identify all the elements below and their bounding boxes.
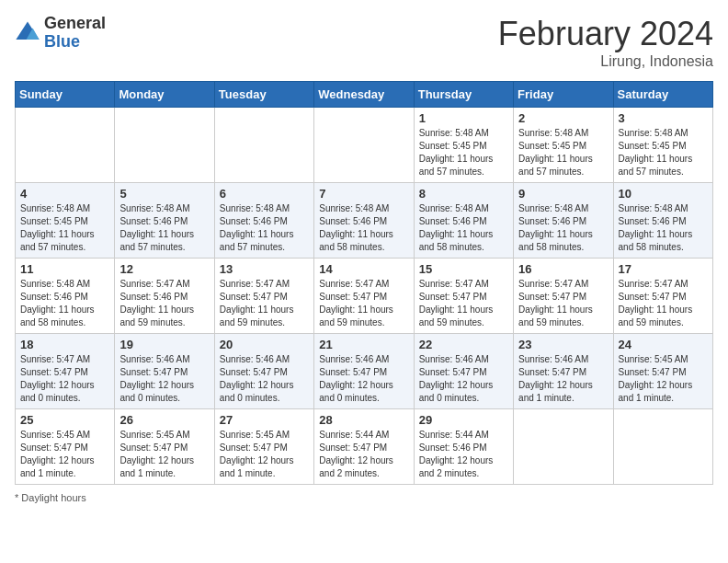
day-number: 18 [20,338,109,351]
calendar-cell [314,108,414,183]
day-info: Sunrise: 5:47 AM Sunset: 5:47 PM Dayligh… [419,278,508,329]
calendar-cell: 9Sunrise: 5:48 AM Sunset: 5:46 PM Daylig… [514,183,613,259]
day-info: Sunrise: 5:48 AM Sunset: 5:46 PM Dayligh… [20,278,109,329]
month-title: February 2024 [498,15,713,53]
day-number: 27 [220,413,309,427]
calendar-cell [16,108,115,183]
header: General Blue February 2024 Lirung, Indon… [15,15,713,70]
calendar-cell: 29Sunrise: 5:44 AM Sunset: 5:46 PM Dayli… [414,409,513,485]
location-title: Lirung, Indonesia [498,53,713,70]
day-number: 12 [119,262,209,276]
calendar-cell: 20Sunrise: 5:46 AM Sunset: 5:47 PM Dayli… [214,334,313,409]
calendar-cell [115,108,214,183]
day-number: 11 [20,262,109,276]
day-info: Sunrise: 5:46 AM Sunset: 5:47 PM Dayligh… [518,353,608,405]
column-header-tuesday: Tuesday [214,82,313,108]
calendar-cell: 7Sunrise: 5:48 AM Sunset: 5:46 PM Daylig… [314,183,414,259]
calendar-table: SundayMondayTuesdayWednesdayThursdayFrid… [15,81,713,485]
logo-text: General Blue [44,15,106,52]
calendar-week-4: 25Sunrise: 5:45 AM Sunset: 5:47 PM Dayli… [16,409,713,485]
calendar-cell: 4Sunrise: 5:48 AM Sunset: 5:45 PM Daylig… [16,183,115,259]
day-number: 20 [220,338,309,351]
day-info: Sunrise: 5:44 AM Sunset: 5:46 PM Dayligh… [419,429,508,480]
day-info: Sunrise: 5:45 AM Sunset: 5:47 PM Dayligh… [619,353,708,405]
day-info: Sunrise: 5:47 AM Sunset: 5:47 PM Dayligh… [518,278,608,329]
day-number: 15 [419,262,508,276]
calendar-week-0: 1Sunrise: 5:48 AM Sunset: 5:45 PM Daylig… [16,108,713,183]
day-info: Sunrise: 5:48 AM Sunset: 5:46 PM Dayligh… [119,202,209,254]
day-number: 1 [419,111,508,125]
day-info: Sunrise: 5:45 AM Sunset: 5:47 PM Dayligh… [220,429,309,480]
calendar-cell: 6Sunrise: 5:48 AM Sunset: 5:46 PM Daylig… [214,183,313,259]
logo-icon [15,20,40,46]
calendar-week-3: 18Sunrise: 5:47 AM Sunset: 5:47 PM Dayli… [16,334,713,409]
footer-note: * Daylight hours [15,492,713,503]
day-info: Sunrise: 5:47 AM Sunset: 5:47 PM Dayligh… [220,278,309,329]
day-number: 25 [20,413,109,427]
day-info: Sunrise: 5:48 AM Sunset: 5:46 PM Dayligh… [419,202,508,254]
day-number: 29 [419,413,508,427]
logo-general-text: General [44,15,106,33]
calendar-cell: 23Sunrise: 5:46 AM Sunset: 5:47 PM Dayli… [514,334,613,409]
day-number: 3 [619,111,708,125]
day-info: Sunrise: 5:46 AM Sunset: 5:47 PM Dayligh… [319,353,408,405]
day-number: 4 [20,187,109,201]
day-number: 6 [220,187,309,201]
day-number: 17 [619,262,708,276]
day-number: 10 [619,187,708,201]
calendar-cell: 21Sunrise: 5:46 AM Sunset: 5:47 PM Dayli… [314,334,414,409]
day-info: Sunrise: 5:44 AM Sunset: 5:47 PM Dayligh… [319,429,408,480]
day-number: 24 [619,338,708,351]
day-number: 26 [119,413,209,427]
day-info: Sunrise: 5:47 AM Sunset: 5:47 PM Dayligh… [20,353,109,405]
calendar-week-1: 4Sunrise: 5:48 AM Sunset: 5:45 PM Daylig… [16,183,713,259]
calendar-cell [613,409,712,485]
calendar-cell: 26Sunrise: 5:45 AM Sunset: 5:47 PM Dayli… [115,409,214,485]
day-info: Sunrise: 5:46 AM Sunset: 5:47 PM Dayligh… [119,353,209,405]
calendar-cell: 28Sunrise: 5:44 AM Sunset: 5:47 PM Dayli… [314,409,414,485]
day-number: 8 [419,187,508,201]
day-number: 21 [319,338,408,351]
column-header-thursday: Thursday [414,82,513,108]
column-header-monday: Monday [115,82,214,108]
calendar-cell: 19Sunrise: 5:46 AM Sunset: 5:47 PM Dayli… [115,334,214,409]
day-info: Sunrise: 5:48 AM Sunset: 5:46 PM Dayligh… [220,202,309,254]
day-info: Sunrise: 5:48 AM Sunset: 5:46 PM Dayligh… [518,202,608,254]
calendar-cell: 18Sunrise: 5:47 AM Sunset: 5:47 PM Dayli… [16,334,115,409]
calendar-cell: 5Sunrise: 5:48 AM Sunset: 5:46 PM Daylig… [115,183,214,259]
day-info: Sunrise: 5:48 AM Sunset: 5:46 PM Dayligh… [619,202,708,254]
day-number: 22 [419,338,508,351]
calendar-cell: 25Sunrise: 5:45 AM Sunset: 5:47 PM Dayli… [16,409,115,485]
calendar-cell [514,409,613,485]
logo-blue-text: Blue [44,33,106,52]
column-header-saturday: Saturday [613,82,712,108]
calendar-cell: 10Sunrise: 5:48 AM Sunset: 5:46 PM Dayli… [613,183,712,259]
day-number: 19 [119,338,209,351]
calendar-week-2: 11Sunrise: 5:48 AM Sunset: 5:46 PM Dayli… [16,259,713,334]
column-header-sunday: Sunday [16,82,115,108]
day-number: 13 [220,262,309,276]
day-info: Sunrise: 5:47 AM Sunset: 5:46 PM Dayligh… [119,278,209,329]
title-area: February 2024 Lirung, Indonesia [498,15,713,70]
day-info: Sunrise: 5:47 AM Sunset: 5:47 PM Dayligh… [619,278,708,329]
column-header-wednesday: Wednesday [314,82,414,108]
calendar-cell: 8Sunrise: 5:48 AM Sunset: 5:46 PM Daylig… [414,183,513,259]
day-info: Sunrise: 5:45 AM Sunset: 5:47 PM Dayligh… [20,429,109,480]
calendar-cell: 16Sunrise: 5:47 AM Sunset: 5:47 PM Dayli… [514,259,613,334]
day-info: Sunrise: 5:46 AM Sunset: 5:47 PM Dayligh… [419,353,508,405]
day-number: 14 [319,262,408,276]
calendar-cell: 3Sunrise: 5:48 AM Sunset: 5:45 PM Daylig… [613,108,712,183]
day-number: 7 [319,187,408,201]
calendar-cell: 14Sunrise: 5:47 AM Sunset: 5:47 PM Dayli… [314,259,414,334]
day-info: Sunrise: 5:48 AM Sunset: 5:46 PM Dayligh… [319,202,408,254]
day-info: Sunrise: 5:46 AM Sunset: 5:47 PM Dayligh… [220,353,309,405]
column-header-friday: Friday [514,82,613,108]
day-number: 16 [518,262,608,276]
logo: General Blue [15,15,106,52]
day-number: 9 [518,187,608,201]
day-info: Sunrise: 5:45 AM Sunset: 5:47 PM Dayligh… [119,429,209,480]
day-number: 2 [518,111,608,125]
calendar-cell: 22Sunrise: 5:46 AM Sunset: 5:47 PM Dayli… [414,334,513,409]
calendar-cell: 12Sunrise: 5:47 AM Sunset: 5:46 PM Dayli… [115,259,214,334]
calendar-cell: 11Sunrise: 5:48 AM Sunset: 5:46 PM Dayli… [16,259,115,334]
